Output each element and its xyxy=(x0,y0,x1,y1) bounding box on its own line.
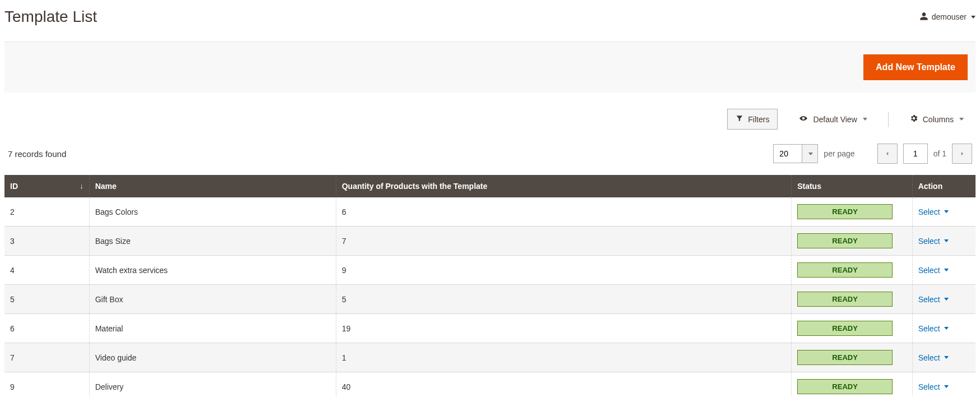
cell-id: 3 xyxy=(4,227,89,256)
chevron-down-icon xyxy=(944,269,949,271)
col-header-qty[interactable]: Quantity of Products with the Template xyxy=(336,175,791,197)
col-header-id-label: ID xyxy=(10,182,18,191)
row-action-select[interactable]: Select xyxy=(918,266,949,275)
page-title: Template List xyxy=(4,8,97,26)
col-header-status[interactable]: Status xyxy=(792,175,913,197)
cell-id: 5 xyxy=(4,285,89,314)
per-page-select[interactable] xyxy=(773,144,818,163)
cell-status: READY xyxy=(792,343,913,372)
current-page-input[interactable] xyxy=(903,144,928,164)
cell-status: READY xyxy=(792,256,913,285)
table-row: 3Bags Size7READYSelect xyxy=(4,227,976,256)
row-action-select[interactable]: Select xyxy=(918,237,949,246)
cell-status: READY xyxy=(792,197,913,227)
chevron-down-icon xyxy=(944,356,949,359)
cell-action: Select xyxy=(912,256,976,285)
next-page-button[interactable] xyxy=(952,144,972,164)
cell-name: Bags Size xyxy=(89,227,336,256)
default-view-label: Default View xyxy=(813,115,857,124)
action-bar: Add New Template xyxy=(4,41,976,93)
gear-icon xyxy=(909,114,918,124)
col-header-name[interactable]: Name xyxy=(89,175,336,197)
chevron-down-icon xyxy=(971,16,976,19)
row-action-select[interactable]: Select xyxy=(918,207,949,216)
filters-label: Filters xyxy=(748,115,769,124)
template-table: ID ↓ Name Quantity of Products with the … xyxy=(4,175,976,397)
status-badge: READY xyxy=(797,379,893,394)
cell-qty: 40 xyxy=(336,372,791,398)
row-action-label: Select xyxy=(918,266,940,275)
cell-name: Delivery xyxy=(89,372,336,398)
row-action-select[interactable]: Select xyxy=(918,353,949,362)
row-action-label: Select xyxy=(918,324,940,333)
columns-label: Columns xyxy=(923,115,954,124)
table-row: 5Gift Box5READYSelect xyxy=(4,285,976,314)
columns-button[interactable]: Columns xyxy=(901,108,972,130)
row-action-select[interactable]: Select xyxy=(918,382,949,391)
status-badge: READY xyxy=(797,262,893,278)
sort-arrow-down-icon: ↓ xyxy=(80,182,84,190)
cell-qty: 7 xyxy=(336,227,791,256)
status-badge: READY xyxy=(797,292,893,307)
add-new-template-button[interactable]: Add New Template xyxy=(863,54,968,80)
cell-name: Video guide xyxy=(89,343,336,372)
row-action-label: Select xyxy=(918,382,940,391)
table-row: 4Watch extra services9READYSelect xyxy=(4,256,976,285)
funnel-icon xyxy=(736,114,743,124)
per-page-dropdown-toggle[interactable] xyxy=(802,145,817,163)
cell-status: READY xyxy=(792,372,913,398)
cell-action: Select xyxy=(912,285,976,314)
row-action-select[interactable]: Select xyxy=(918,295,949,304)
row-action-select[interactable]: Select xyxy=(918,324,949,333)
chevron-down-icon xyxy=(944,298,949,301)
user-name: demouser xyxy=(932,12,967,21)
status-badge: READY xyxy=(797,350,893,365)
cell-name: Watch extra services xyxy=(89,256,336,285)
col-header-id[interactable]: ID ↓ xyxy=(4,175,89,197)
cell-name: Bags Colors xyxy=(89,197,336,227)
cell-id: 2 xyxy=(4,197,89,227)
table-row: 9Delivery40READYSelect xyxy=(4,372,976,398)
user-menu[interactable]: demouser xyxy=(919,12,976,22)
default-view-button[interactable]: Default View xyxy=(790,109,875,130)
cell-action: Select xyxy=(912,227,976,256)
table-row: 6Material19READYSelect xyxy=(4,314,976,343)
cell-action: Select xyxy=(912,372,976,398)
cell-qty: 9 xyxy=(336,256,791,285)
cell-status: READY xyxy=(792,285,913,314)
page-of-text: of 1 xyxy=(933,149,946,158)
row-action-label: Select xyxy=(918,207,940,216)
cell-action: Select xyxy=(912,314,976,343)
records-found-text: 7 records found xyxy=(8,149,66,159)
table-row: 2Bags Colors6READYSelect xyxy=(4,197,976,227)
cell-name: Gift Box xyxy=(89,285,336,314)
chevron-down-icon xyxy=(944,385,949,388)
status-badge: READY xyxy=(797,204,893,219)
cell-status: READY xyxy=(792,227,913,256)
filters-button[interactable]: Filters xyxy=(727,109,778,130)
chevron-down-icon xyxy=(808,153,813,155)
chevron-down-icon xyxy=(944,210,949,213)
col-header-action[interactable]: Action xyxy=(912,175,976,197)
row-action-label: Select xyxy=(918,295,940,304)
cell-id: 4 xyxy=(4,256,89,285)
row-action-label: Select xyxy=(918,237,940,246)
prev-page-button[interactable] xyxy=(877,144,898,164)
per-page-label: per page xyxy=(824,149,854,158)
per-page-input[interactable] xyxy=(774,145,802,163)
chevron-down-icon xyxy=(944,327,949,330)
table-row: 7Video guide1READYSelect xyxy=(4,343,976,372)
cell-id: 7 xyxy=(4,343,89,372)
cell-action: Select xyxy=(912,343,976,372)
chevron-down-icon xyxy=(863,118,867,121)
row-action-label: Select xyxy=(918,353,940,362)
cell-name: Material xyxy=(89,314,336,343)
eye-icon xyxy=(798,114,808,124)
cell-qty: 5 xyxy=(336,285,791,314)
status-badge: READY xyxy=(797,321,893,336)
cell-qty: 1 xyxy=(336,343,791,372)
status-badge: READY xyxy=(797,233,893,248)
chevron-down-icon xyxy=(944,239,949,242)
toolbar-separator xyxy=(888,112,889,127)
chevron-down-icon xyxy=(959,118,964,121)
